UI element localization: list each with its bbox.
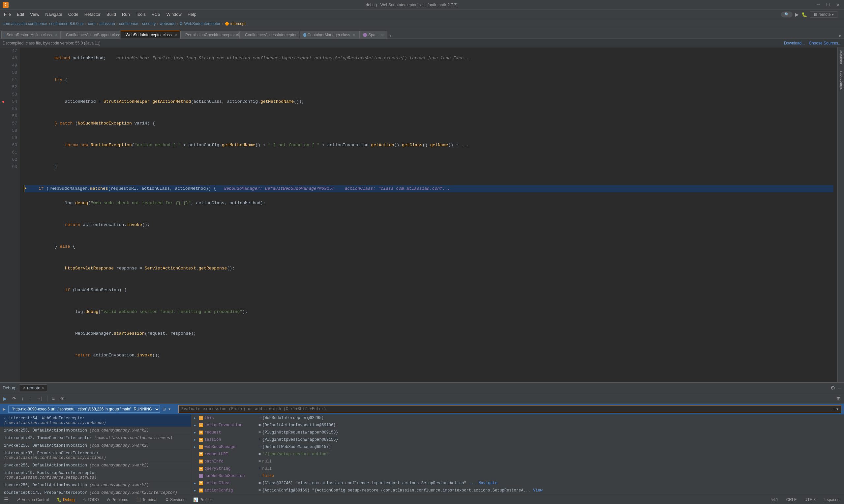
statusbar-crlf[interactable]: CRLF [784, 497, 798, 503]
stack-frame-3[interactable]: intercept:42, ThemeContextInterceptor (c… [0, 434, 191, 442]
expression-input[interactable] [181, 407, 831, 411]
breadcrumb-com[interactable]: com [88, 21, 96, 26]
notifications-panel-button[interactable]: Notifications [839, 68, 843, 93]
search-bar[interactable]: 🔍 [781, 12, 793, 17]
add-watch-button[interactable]: + [833, 407, 835, 411]
var-action-config[interactable]: ▶ = actionConfig = {ActionConfig@69169} … [191, 487, 844, 494]
debug-settings-button[interactable]: ⚙ [830, 385, 835, 391]
resume-button[interactable]: ▶ [1, 395, 9, 402]
breadcrumb-method[interactable]: 🔶 intercept [225, 21, 246, 26]
restore-layout-button[interactable]: ⊞ [835, 395, 843, 402]
breakpoint-54[interactable]: ● [2, 99, 5, 104]
step-into-button[interactable]: ↓ [19, 395, 26, 402]
statusbar-indent[interactable]: 4 spaces [822, 497, 841, 503]
var-query-string[interactable]: ▶ = queryString = null [191, 465, 844, 472]
tab-spa[interactable]: Spa... ✕ [359, 31, 387, 38]
choose-sources-link[interactable]: Choose Sources... [809, 41, 841, 46]
thread-filter-button[interactable]: ⊟ [162, 407, 166, 411]
more-tabs-button[interactable]: ▾ [388, 34, 393, 38]
menu-edit[interactable]: Edit [14, 11, 27, 18]
stack-frame-7[interactable]: intercept:19, BootstrapAwareInterceptor … [0, 469, 191, 482]
statusbar-terminal[interactable]: ⬛ Terminal [134, 497, 159, 503]
tab-close-1[interactable]: ✕ [54, 33, 57, 37]
expression-expand-button[interactable]: ▾ [837, 407, 839, 411]
expand-wsm[interactable]: ▶ [194, 445, 199, 449]
menu-vcs[interactable]: VCS [149, 11, 163, 18]
tab-confluence-access[interactable]: ConfluenceAccessInterceptor.class ✕ [240, 31, 299, 38]
tab-settings-button[interactable]: ⚙ [838, 34, 843, 38]
stack-frame-active[interactable]: ↩ intercept:54, WebSudoInterceptor (com.… [0, 414, 191, 427]
minimize-button[interactable]: ─ [815, 1, 822, 8]
var-this[interactable]: ▶ = this = {WebSudoInterceptor@62295} [191, 414, 844, 422]
remote-close-icon[interactable]: ✕ [41, 386, 44, 390]
statusbar-profiler[interactable]: 📊 Profiler [191, 497, 214, 503]
stack-frame-8[interactable]: invoke:256, DefaultActionInvocation (com… [0, 482, 191, 489]
breadcrumb-atlassian[interactable]: atlassian [100, 21, 115, 26]
stack-frame-4[interactable]: invoke:256, DefaultActionInvocation (com… [0, 442, 191, 450]
view-link-config[interactable]: View [533, 488, 542, 493]
statusbar-debug[interactable]: 🐛 Debug [55, 497, 76, 503]
watch-button[interactable]: 👁 [58, 395, 67, 402]
breadcrumb-confluence[interactable]: confluence [119, 21, 138, 26]
frames-button[interactable]: ≡ [50, 395, 57, 402]
menu-tools[interactable]: Tools [133, 11, 148, 18]
breadcrumb-security[interactable]: security [142, 21, 156, 26]
menu-refactor[interactable]: Refactor [82, 11, 103, 18]
expand-this[interactable]: ▶ [194, 416, 199, 420]
expression-bar[interactable]: + ▾ [178, 405, 841, 413]
menu-run[interactable]: Run [119, 11, 133, 18]
step-out-button[interactable]: ↑ [27, 395, 33, 402]
var-session[interactable]: ▶ = session = {PluginHttpSessionWrapper@… [191, 436, 844, 444]
debug-minimize-button[interactable]: ─ [838, 385, 841, 391]
tab-websudo-interceptor[interactable]: WebSudoInterceptor.class ✕ [121, 31, 180, 38]
step-over-button[interactable]: ↷ [10, 395, 18, 402]
expand-request[interactable]: ▶ [194, 431, 199, 434]
download-link[interactable]: Download... [784, 41, 805, 46]
menu-navigate[interactable]: Navigate [42, 11, 65, 18]
expand-session[interactable]: ▶ [194, 438, 199, 442]
statusbar-services[interactable]: ⚙ Services [163, 497, 187, 503]
statusbar-vcs[interactable]: ⎇ Version Control [14, 497, 51, 503]
menu-build[interactable]: Build [104, 11, 119, 18]
menu-view[interactable]: View [28, 11, 42, 18]
stack-frame-5[interactable]: intercept:97, PermissionCheckInterceptor… [0, 450, 191, 462]
var-action-invocation[interactable]: ▶ ⚠ actionInvocation = {DefaultActionInv… [191, 422, 844, 429]
debug-run-button[interactable]: 🐛 [802, 12, 807, 17]
statusbar-problems[interactable]: ⊙ Problems [105, 497, 130, 503]
thread-expand-button[interactable]: ▾ [169, 407, 170, 411]
database-panel-button[interactable]: Database [839, 48, 843, 68]
tab-permission-check[interactable]: PermissionCheckInterceptor.class ✕ [180, 31, 240, 38]
tab-close-6[interactable]: ✕ [353, 33, 356, 37]
stack-frame-2[interactable]: invoke:256, DefaultActionInvocation (com… [0, 427, 191, 434]
menu-file[interactable]: File [1, 11, 14, 18]
statusbar-encoding[interactable]: UTF-8 [803, 497, 817, 503]
var-path-info[interactable]: ▶ = pathInfo = null [191, 458, 844, 465]
var-request-uri[interactable]: ▶ = requestURI = "/json/setup-restore.ac… [191, 451, 844, 458]
expand-action-invocation[interactable]: ▶ [194, 423, 199, 427]
remote-label[interactable]: 🖥 remote ✕ [19, 384, 47, 391]
expand-ac[interactable]: ▶ [194, 481, 199, 485]
breadcrumb-class[interactable]: ⚙ WebSudoInterceptor [179, 21, 220, 26]
var-websudo-manager[interactable]: ▶ = webSudoManager = {DefaultWebSudoMana… [191, 444, 844, 451]
tab-close-3[interactable]: ✕ [174, 33, 177, 37]
var-action-class[interactable]: ▶ = actionClass = {Class@32746} "class c… [191, 480, 844, 487]
tab-confluence-action[interactable]: ConfluenceActionSupport.class ✕ [61, 31, 120, 38]
statusbar-todo[interactable]: ⚠ TODO [81, 497, 101, 503]
var-has-websudo[interactable]: ▶ = hasWebSudoSession = false [191, 472, 844, 480]
code-editor[interactable]: ● 47 48 49 50 51 52 53 54 55 56 57 58 59… [0, 48, 838, 382]
menu-help[interactable]: Help [185, 11, 199, 18]
project-view-button[interactable]: ☰ [3, 496, 10, 503]
expand-acfg[interactable]: ▶ [194, 488, 199, 492]
tab-container-manager[interactable]: ContainerManager.class ✕ [300, 31, 359, 38]
code-content[interactable]: method actionMethod; actionMethod: "publ… [20, 48, 838, 382]
breadcrumb-jar[interactable]: com.atlassian.confluence_confluence-8.6.… [3, 21, 84, 26]
var-request[interactable]: ▶ = request = {PluginHttpRequestWrapper@… [191, 429, 844, 436]
navigate-link[interactable]: ... Navigate [469, 481, 498, 486]
tab-close-7[interactable]: ✕ [381, 33, 384, 37]
maximize-button[interactable]: □ [825, 1, 832, 8]
close-button[interactable]: ✕ [834, 1, 841, 9]
thread-selector[interactable]: "http-nio-8090-exec-6 url: /json/setu...… [8, 406, 160, 413]
tab-setup-restore[interactable]: SetupRestoreAction.class ✕ [1, 31, 61, 38]
stack-frame-6[interactable]: invoke:256, DefaultActionInvocation (com… [0, 462, 191, 469]
run-button[interactable]: ▶ [795, 12, 799, 17]
